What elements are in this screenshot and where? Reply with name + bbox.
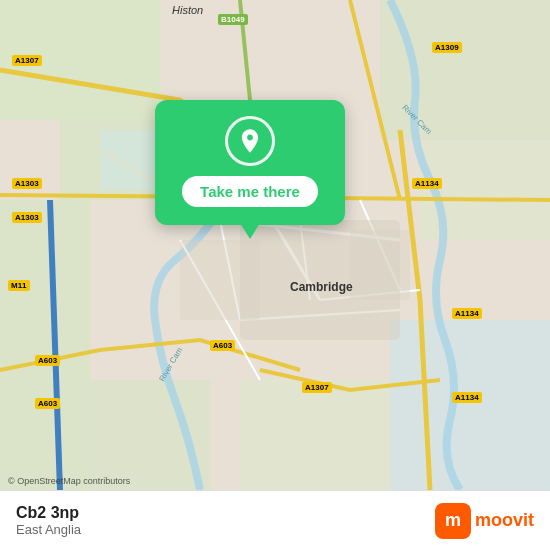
road-label-a603-1: A603: [35, 355, 60, 366]
location-pin-circle: [225, 116, 275, 166]
cambridge-label: Cambridge: [290, 280, 353, 294]
road-label-a1309: A1309: [432, 42, 462, 53]
road-label-a1303-2: A1303: [12, 212, 42, 223]
road-label-a1303-1: A1303: [12, 178, 42, 189]
svg-rect-7: [240, 380, 390, 490]
road-label-b1049: B1049: [218, 14, 248, 25]
svg-rect-6: [90, 380, 210, 490]
svg-rect-12: [350, 230, 410, 300]
svg-rect-5: [0, 200, 90, 490]
location-info: Cb2 3np East Anglia: [16, 504, 81, 537]
road-label-a603-c: A603: [210, 340, 235, 351]
road-label-a1134-3: A1134: [452, 392, 482, 403]
histon-label: Histon: [172, 4, 203, 16]
svg-rect-3: [380, 0, 550, 140]
road-label-a603-2: A603: [35, 398, 60, 409]
location-region: East Anglia: [16, 522, 81, 537]
moovit-logo: m moovit: [435, 503, 534, 539]
svg-rect-11: [180, 240, 260, 320]
road-label-a1134-2: A1134: [452, 308, 482, 319]
map-background: [0, 0, 550, 490]
map-container: A1307 A1303 A1303 M11 A603 A603 B1049 A1…: [0, 0, 550, 490]
osm-attribution: © OpenStreetMap contributors: [8, 476, 130, 486]
popup-card: Take me there: [155, 100, 345, 225]
road-label-a1134-1: A1134: [412, 178, 442, 189]
info-bar: Cb2 3np East Anglia m moovit: [0, 490, 550, 550]
moovit-text: moovit: [475, 510, 534, 531]
road-label-m11: M11: [8, 280, 30, 291]
location-name: Cb2 3np: [16, 504, 81, 522]
road-label-a1307-b: A1307: [302, 382, 332, 393]
road-label-a1307-tl: A1307: [12, 55, 42, 66]
svg-rect-8: [390, 320, 550, 490]
take-me-there-button[interactable]: Take me there: [182, 176, 318, 207]
moovit-icon: m: [435, 503, 471, 539]
